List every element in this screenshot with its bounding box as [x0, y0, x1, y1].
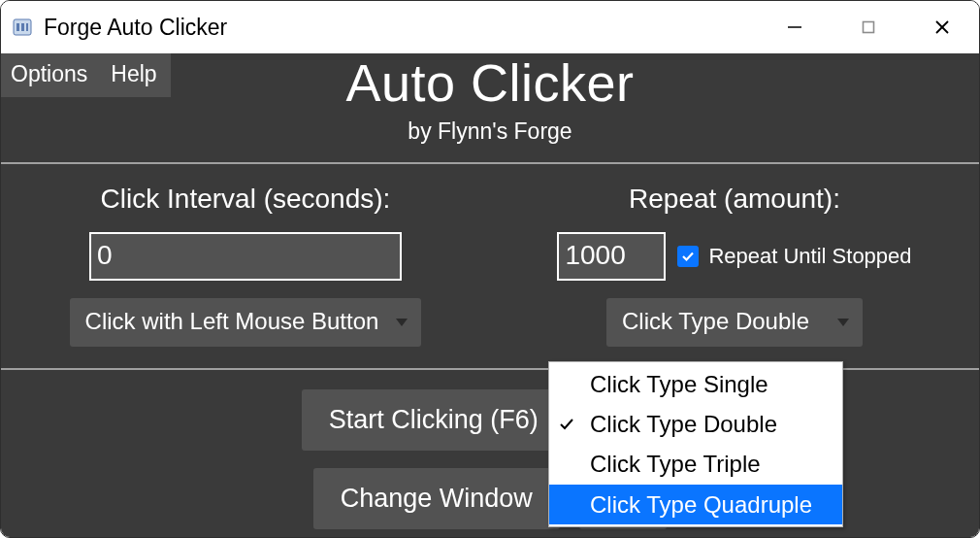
svg-marker-8	[396, 319, 408, 326]
dropdowns-row: Click with Left Mouse Button Click Type …	[1, 298, 979, 351]
mouse-button-dropdown[interactable]: Click with Left Mouse Button	[70, 298, 422, 347]
start-button[interactable]: Start Clicking (F6)	[302, 389, 566, 451]
click-type-option-double[interactable]: Click Type Double	[549, 404, 842, 444]
check-icon	[559, 417, 574, 432]
click-type-dropdown[interactable]: Click Type Double	[606, 298, 863, 347]
header-block: Auto Clicker by Flynn's Forge	[1, 52, 979, 162]
repeat-label: Repeat (amount):	[629, 184, 840, 215]
repeat-column: Repeat (amount): 1000 Repeat Until Stopp…	[490, 184, 979, 281]
option-label: Click Type Quadruple	[590, 491, 812, 518]
change-window-button[interactable]: Change Window	[313, 468, 560, 529]
content: Auto Clicker by Flynn's Forge Click Inte…	[1, 97, 979, 537]
option-label: Click Type Single	[590, 371, 768, 397]
checkbox-icon	[677, 246, 699, 267]
chevron-down-icon	[837, 319, 849, 326]
click-type-option-triple[interactable]: Click Type Triple	[549, 444, 842, 484]
repeat-input[interactable]: 1000	[557, 232, 666, 281]
app-window: Forge Auto Clicker Options Help Auto Cli…	[0, 0, 980, 538]
svg-rect-3	[26, 23, 28, 31]
mouse-button-dropdown-value: Click with Left Mouse Button	[85, 308, 379, 334]
click-type-option-quadruple[interactable]: Click Type Quadruple	[549, 485, 842, 524]
minimize-button[interactable]	[758, 1, 832, 53]
option-label: Click Type Double	[590, 411, 777, 437]
interval-column: Click Interval (seconds): 0	[1, 184, 490, 281]
page-title: Auto Clicker	[1, 52, 979, 113]
interval-label: Click Interval (seconds):	[101, 184, 391, 215]
repeat-until-stopped[interactable]: Repeat Until Stopped	[677, 244, 911, 269]
svg-rect-2	[21, 23, 24, 31]
svg-marker-9	[837, 319, 849, 326]
settings-row: Click Interval (seconds): 0 Repeat (amou…	[1, 164, 979, 298]
click-type-option-single[interactable]: Click Type Single	[549, 364, 842, 404]
repeat-until-stopped-label: Repeat Until Stopped	[708, 244, 911, 269]
chevron-down-icon	[396, 319, 408, 326]
window-controls	[758, 1, 979, 53]
maximize-button[interactable]	[832, 1, 905, 53]
svg-rect-1	[16, 23, 19, 31]
click-type-dropdown-menu: Click Type Single Click Type Double Clic…	[548, 361, 843, 527]
click-type-dropdown-value: Click Type Double	[622, 308, 809, 334]
option-label: Click Type Triple	[590, 451, 761, 477]
close-button[interactable]	[905, 1, 979, 53]
svg-rect-5	[864, 22, 874, 33]
interval-input[interactable]: 0	[89, 232, 402, 281]
window-title: Forge Auto Clicker	[44, 15, 758, 41]
app-icon	[9, 14, 36, 41]
page-subtitle: by Flynn's Forge	[1, 118, 979, 145]
titlebar: Forge Auto Clicker	[1, 1, 979, 53]
